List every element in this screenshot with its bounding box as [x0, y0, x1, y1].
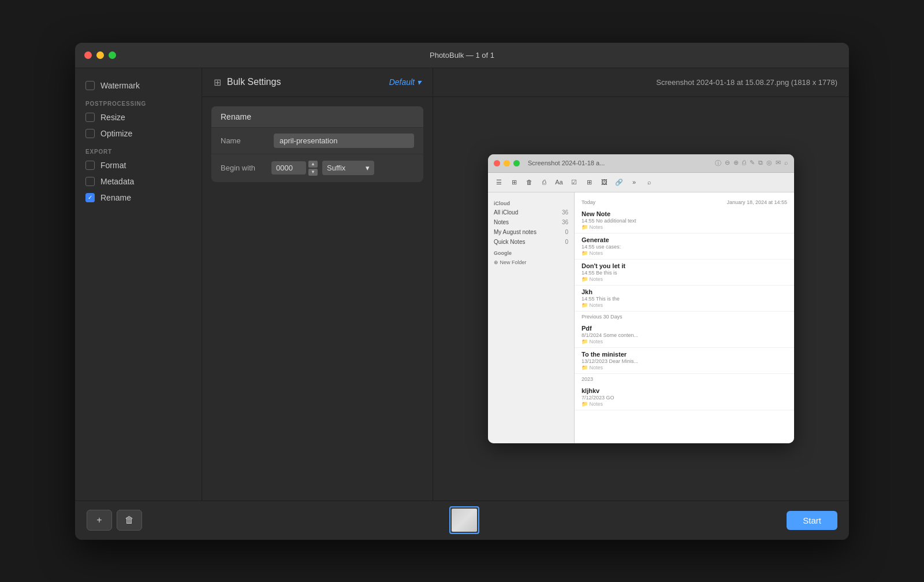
inner-minimize-button [504, 160, 510, 166]
note-meta: 14:55 Be this is [582, 270, 787, 276]
all-icloud-count: 36 [562, 209, 568, 216]
stepper-down-button[interactable]: ▼ [308, 169, 318, 176]
window-icon: ⧉ [758, 159, 763, 168]
number-stepper[interactable]: ▲ ▼ [308, 160, 318, 176]
postprocessing-section-label: POSTPROCESSING [75, 94, 202, 109]
year-2023-label: 2023 [582, 376, 593, 382]
settings-title: ⊞ Bulk Settings [214, 77, 281, 88]
close-button[interactable] [84, 51, 92, 59]
settings-header: ⊞ Bulk Settings Default ▾ [202, 68, 433, 97]
app-window: PhotoBulk — 1 of 1 Watermark POSTPROCESS… [75, 43, 849, 540]
grid-view-button: ⊞ [508, 176, 520, 188]
sidebar-item-optimize[interactable]: Optimize [75, 125, 202, 142]
name-input[interactable] [274, 134, 414, 148]
note-title: Jkh [582, 288, 787, 295]
preset-label: Default [389, 77, 415, 87]
note-item-kljhkv: kljhkv 7/12/2023 GO 📁 Notes [575, 384, 794, 410]
share-toolbar-button: ⎙ [538, 176, 550, 188]
sidebar-item-metadata[interactable]: Metadata [75, 173, 202, 190]
august-notes-label: My August notes [494, 229, 536, 235]
traffic-lights [84, 51, 116, 59]
note-item-minister: To the minister 13/12/2023 Dear Minis...… [575, 348, 794, 374]
note-title: Don't you let it [582, 262, 787, 269]
begin-with-row: Begin with ▲ ▼ Suffix ▾ [211, 154, 423, 182]
trash-icon: 🗑 [125, 515, 134, 525]
date-header-text: January 18, 2024 at 14:55 [726, 199, 787, 205]
notes-item: Notes 36 [488, 217, 574, 227]
note-item-dont: Don't you let it 14:55 Be this is 📁 Note… [575, 260, 794, 286]
delete-button[interactable]: 🗑 [117, 510, 142, 531]
note-folder: 📁 Notes [582, 339, 787, 344]
note-item-new-note: New Note 14:55 No additional text 📁 Note… [575, 207, 794, 233]
search-icon: ⌕ [784, 159, 788, 168]
rename-checkbox[interactable] [85, 193, 95, 202]
resize-checkbox[interactable] [85, 113, 95, 122]
maximize-button[interactable] [109, 51, 116, 59]
sidebar-item-format[interactable]: Format [75, 157, 202, 173]
add-button[interactable]: + [87, 510, 112, 531]
inner-window: Screenshot 2024-01-18 a... ⓘ ⊖ ⊕ ⎙ ✎ ⧉ ◎… [488, 154, 794, 443]
inner-titlebar: Screenshot 2024-01-18 a... ⓘ ⊖ ⊕ ⎙ ✎ ⧉ ◎… [488, 154, 794, 173]
begin-with-label: Begin with [221, 164, 267, 172]
minimize-button[interactable] [96, 51, 104, 59]
stepper-up-button[interactable]: ▲ [308, 161, 318, 168]
notes-label: Notes [494, 219, 509, 225]
note-meta: 8/1/2024 Some conten... [582, 332, 787, 338]
quick-notes-item: Quick Notes 0 [488, 237, 574, 247]
suffix-label: Suffix [327, 164, 345, 172]
number-input[interactable] [271, 161, 306, 175]
watermark-checkbox[interactable] [85, 81, 95, 90]
suffix-select[interactable]: Suffix ▾ [322, 161, 374, 175]
sidebar-item-rename[interactable]: Rename [75, 190, 202, 206]
rename-section-header: Rename [211, 106, 423, 128]
note-meta: 7/12/2023 GO [582, 395, 787, 401]
all-icloud-item: All iCloud 36 [488, 207, 574, 217]
note-folder: 📁 Notes [582, 224, 787, 230]
text-button: Aa [553, 176, 565, 188]
note-folder: 📁 Notes [582, 401, 787, 407]
link-button: 🔗 [613, 176, 625, 188]
thumbnail-preview [452, 509, 477, 532]
preview-content: Screenshot 2024-01-18 a... ⓘ ⊖ ⊕ ⎙ ✎ ⧉ ◎… [433, 97, 849, 501]
trash-button: 🗑 [523, 176, 535, 188]
info-icon: ⓘ [715, 159, 721, 168]
notes-list: Today January 18, 2024 at 14:55 New Note… [575, 192, 794, 443]
sidebar-item-resize[interactable]: Resize [75, 109, 202, 125]
name-row: Name [211, 128, 423, 154]
message-icon: ✉ [776, 159, 781, 168]
metadata-checkbox[interactable] [85, 177, 95, 186]
year-2023-header: 2023 [575, 374, 794, 384]
name-label: Name [221, 136, 267, 145]
format-checkbox[interactable] [85, 161, 95, 170]
notes-count: 36 [562, 219, 568, 225]
note-title: kljhkv [582, 387, 787, 394]
note-folder: 📁 Notes [582, 365, 787, 370]
rename-sidebar-label: Rename [100, 193, 131, 202]
metadata-label: Metadata [100, 177, 134, 186]
share-icon: ⎙ [742, 159, 746, 168]
note-meta: 14:55 No additional text [582, 218, 787, 224]
preview-area: Screenshot 2024-01-18 at 15.08.27.png (1… [433, 68, 849, 501]
list-view-button: ☰ [493, 176, 505, 188]
google-section-label: Google [488, 247, 574, 257]
search-toolbar-icon: ⌕ [643, 176, 655, 188]
thumbnail-strip [449, 506, 479, 534]
optimize-checkbox[interactable] [85, 129, 95, 138]
note-meta: 14:55 This is the [582, 296, 787, 302]
rename-section: Rename Name Begin with ▲ ▼ Suffix [211, 106, 423, 182]
note-title: New Note [582, 210, 787, 217]
preset-dropdown[interactable]: Default ▾ [389, 77, 421, 87]
sidebar-item-watermark[interactable]: Watermark [75, 77, 202, 94]
august-notes-count: 0 [565, 229, 568, 235]
icloud-section-label: iCloud [488, 197, 574, 207]
note-item-pdf: Pdf 8/1/2024 Some conten... 📁 Notes [575, 322, 794, 348]
note-title: Pdf [582, 325, 787, 332]
start-button[interactable]: Start [787, 511, 837, 530]
thumbnail-item[interactable] [449, 506, 479, 534]
format-label: Format [100, 161, 126, 170]
note-item-generate: Generate 14:55 use cases: 📁 Notes [575, 233, 794, 260]
note-folder: 📁 Notes [582, 250, 787, 256]
note-meta: 14:55 use cases: [582, 244, 787, 250]
zoom-out-icon: ⊖ [725, 159, 730, 168]
checklist-button: ☑ [568, 176, 580, 188]
